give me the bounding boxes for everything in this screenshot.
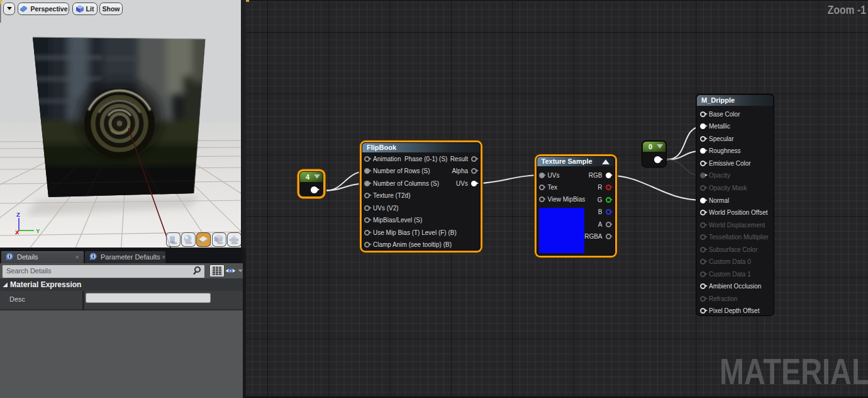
svg-text:Z: Z — [16, 211, 20, 218]
svg-text:Y: Y — [36, 227, 40, 234]
svg-text:X: X — [15, 229, 19, 236]
